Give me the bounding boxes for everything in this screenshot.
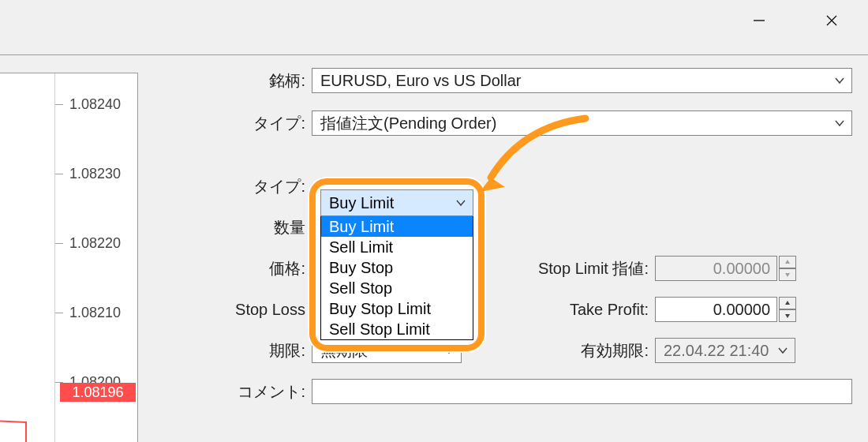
dropdown-option[interactable]: Buy Limit [321, 216, 473, 237]
order-type-label: タイプ: [221, 113, 312, 134]
dropdown-option[interactable]: Sell Limit [321, 237, 473, 257]
svg-marker-3 [785, 260, 790, 264]
takeprofit-spinner[interactable] [779, 297, 796, 322]
axis-tick: 1.08240 [55, 96, 137, 113]
comment-label: コメント: [221, 381, 312, 403]
stoploss-label: Stop Loss [221, 301, 312, 319]
chart-panel: 1.08240 1.08230 1.08220 1.08210 1.08200 … [0, 73, 138, 442]
pending-type-options: Buy Limit Sell Limit Buy Stop Sell Stop … [320, 216, 473, 340]
expiry-type-label: 期限: [221, 340, 312, 361]
svg-marker-5 [785, 301, 790, 305]
takeprofit-label: Take Profit: [521, 301, 655, 319]
symbol-value: EURUSD, Euro vs US Dollar [320, 72, 522, 90]
stoplimit-spinner [779, 256, 796, 281]
price-label: 価格: [221, 258, 312, 279]
chart-y-axis: 1.08240 1.08230 1.08220 1.08210 1.08200 … [54, 73, 137, 442]
axis-tick: 1.08220 [55, 234, 137, 252]
chevron-down-icon [455, 197, 466, 208]
pending-type-select[interactable]: Buy Limit [320, 189, 473, 216]
chart-line [0, 285, 56, 442]
svg-marker-6 [785, 314, 790, 318]
axis-tick: 1.08230 [55, 165, 137, 182]
close-icon [825, 13, 839, 28]
spinner-up[interactable] [779, 297, 796, 309]
chevron-down-icon [834, 75, 845, 86]
title-bar [0, 0, 868, 55]
order-type-select[interactable]: 指値注文(Pending Order) [312, 110, 852, 136]
spinner-down [779, 268, 796, 281]
chevron-down-icon [834, 118, 845, 129]
minimize-button[interactable] [723, 0, 795, 41]
dropdown-option[interactable]: Buy Stop Limit [321, 298, 473, 319]
close-button[interactable] [795, 0, 868, 41]
svg-marker-4 [785, 273, 790, 277]
symbol-select[interactable]: EURUSD, Euro vs US Dollar [312, 68, 852, 93]
spinner-up [779, 256, 796, 268]
axis-tick: 1.08210 [55, 304, 137, 321]
chevron-down-icon [777, 345, 788, 356]
takeprofit-input[interactable]: 0.00000 [655, 297, 777, 322]
stoplimit-input: 0.00000 [655, 256, 777, 281]
order-type-value: 指値注文(Pending Order) [320, 113, 496, 134]
comment-input[interactable] [312, 379, 852, 404]
expiry-date-label: 有効期限: [521, 340, 655, 361]
dropdown-option[interactable]: Sell Stop [321, 278, 473, 298]
expiry-date-value: 22.04.22 21:40 [664, 342, 769, 360]
volume-label: 数量 [221, 217, 312, 238]
pending-type-dropdown-highlight: Buy Limit Buy Limit Sell Limit Buy Stop … [309, 178, 485, 351]
stoplimit-label: Stop Limit 指値: [521, 258, 655, 279]
dropdown-option[interactable]: Sell Stop Limit [321, 319, 473, 339]
spinner-down[interactable] [779, 309, 796, 322]
symbol-label: 銘柄: [221, 70, 312, 92]
dropdown-option[interactable]: Buy Stop [321, 257, 473, 278]
expiry-date-select: 22.04.22 21:40 [655, 338, 795, 363]
minimize-icon [752, 13, 766, 28]
pending-type-label: タイプ: [221, 176, 312, 197]
pending-type-selected: Buy Limit [329, 194, 394, 212]
current-price-tag: 1.08196 [60, 383, 136, 402]
